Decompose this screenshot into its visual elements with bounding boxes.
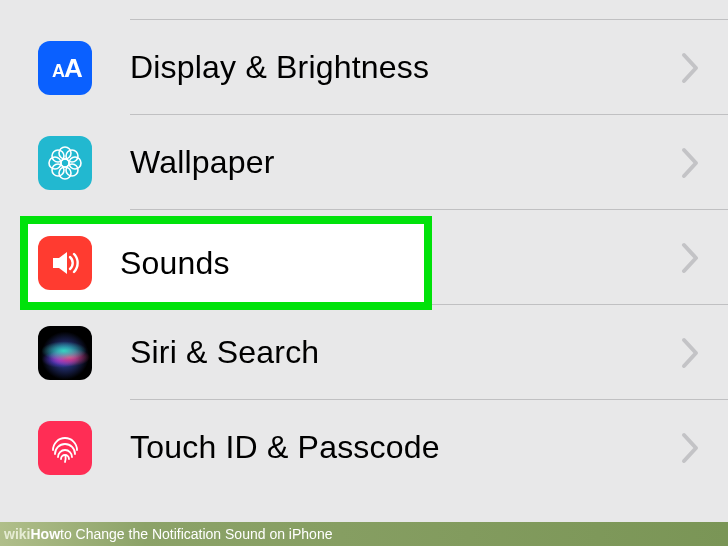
chevron-right-icon (680, 51, 702, 85)
svg-point-6 (69, 157, 81, 169)
caption-text: to Change the Notification Sound on iPho… (60, 526, 332, 542)
svg-text:A: A (64, 53, 83, 83)
svg-point-9 (52, 164, 64, 176)
fingerprint-icon (38, 421, 92, 475)
svg-point-4 (59, 167, 71, 179)
chevron-right-icon (680, 146, 702, 180)
row-label: Display & Brightness (130, 49, 680, 86)
row-divider-top (130, 0, 728, 20)
chevron-right-icon (680, 336, 702, 370)
caption-brand-how: How (30, 526, 60, 542)
row-label: Wallpaper (130, 144, 680, 181)
row-label: Touch ID & Passcode (130, 429, 680, 466)
svg-point-10 (66, 164, 78, 176)
chevron-right-icon (680, 431, 702, 465)
settings-row-touchid[interactable]: Touch ID & Passcode (0, 400, 728, 495)
svg-point-5 (49, 157, 61, 169)
speaker-icon (38, 236, 92, 290)
settings-row-display[interactable]: A A Display & Brightness (0, 20, 728, 115)
settings-row-wallpaper[interactable]: Wallpaper (0, 115, 728, 210)
svg-point-8 (66, 150, 78, 162)
svg-point-7 (52, 150, 64, 162)
caption-bar: wikiHow to Change the Notification Sound… (0, 522, 728, 546)
chevron-right-icon (680, 241, 702, 275)
settings-row-siri[interactable]: Siri & Search (0, 305, 728, 400)
text-size-icon: A A (38, 41, 92, 95)
siri-icon (38, 326, 92, 380)
row-label: Sounds (120, 245, 424, 282)
highlight-sounds[interactable]: Sounds (20, 216, 432, 310)
flower-icon (38, 136, 92, 190)
svg-point-3 (59, 147, 71, 159)
caption-brand-wiki: wiki (4, 526, 30, 542)
row-label: Siri & Search (130, 334, 680, 371)
